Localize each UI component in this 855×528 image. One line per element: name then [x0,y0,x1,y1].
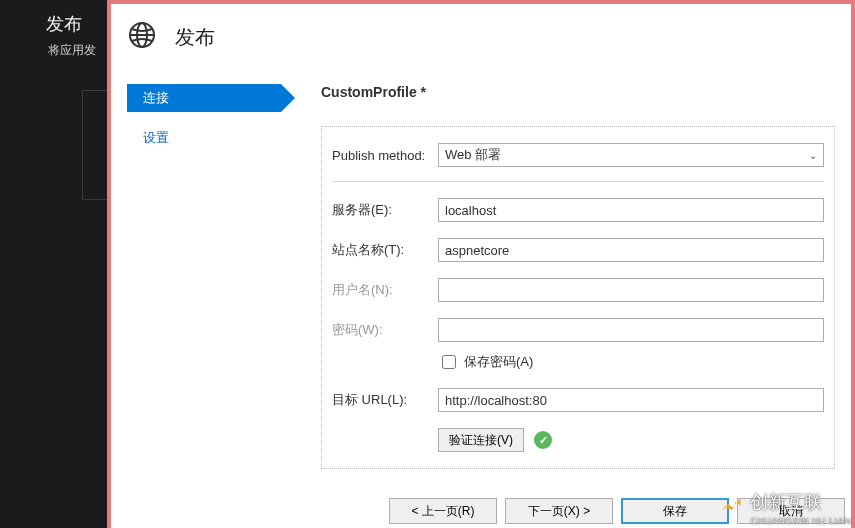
publish-method-label: Publish method: [332,148,438,163]
cancel-button[interactable]: 取消 [737,498,845,524]
url-label: 目标 URL(L): [332,391,438,409]
server-input[interactable] [438,198,824,222]
password-input[interactable] [438,318,824,342]
username-label: 用户名(N): [332,281,438,299]
nav-column: 连接 设置 [127,84,281,480]
chevron-down-icon: ⌄ [809,150,817,161]
dialog-title: 发布 [175,24,215,51]
publish-method-dropdown[interactable]: Web 部署 ⌄ [438,143,824,167]
site-input[interactable] [438,238,824,262]
nav-settings[interactable]: 设置 [127,124,281,152]
prev-button[interactable]: < 上一页(R) [389,498,497,524]
bg-subtitle: 将应用发 [48,42,96,59]
publish-method-value: Web 部署 [445,146,501,164]
save-button[interactable]: 保存 [621,498,729,524]
form-group: Publish method: Web 部署 ⌄ 服务器(E): 站点名称(T)… [321,126,835,469]
save-password-label: 保存密码(A) [464,353,533,371]
validate-button[interactable]: 验证连接(V) [438,428,524,452]
username-input[interactable] [438,278,824,302]
globe-icon [127,20,157,54]
bg-title: 发布 [46,12,82,36]
next-button[interactable]: 下一页(X) > [505,498,613,524]
dialog-footer: < 上一页(R) 下一页(X) > 保存 取消 [389,498,845,524]
dialog-header: 发布 [111,4,851,68]
save-password-checkbox[interactable] [442,355,456,369]
nav-connect[interactable]: 连接 [127,84,281,112]
url-input[interactable] [438,388,824,412]
content-column: CustomProfile * Publish method: Web 部署 ⌄… [281,84,851,480]
site-label: 站点名称(T): [332,241,438,259]
profile-title: CustomProfile * [321,84,847,100]
separator [332,181,824,182]
password-label: 密码(W): [332,321,438,339]
publish-dialog: 发布 连接 设置 CustomProfile * Publish method:… [107,0,855,528]
server-label: 服务器(E): [332,201,438,219]
check-icon: ✓ [534,431,552,449]
